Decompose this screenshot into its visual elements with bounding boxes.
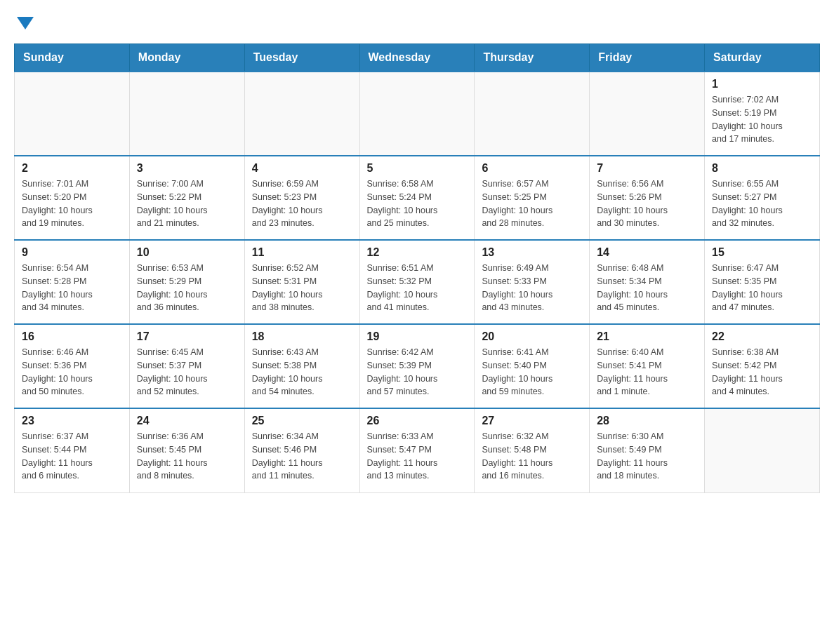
day-number: 24 bbox=[137, 415, 237, 427]
calendar-day-cell: 25Sunrise: 6:34 AM Sunset: 5:46 PM Dayli… bbox=[244, 408, 359, 492]
day-number: 12 bbox=[367, 246, 468, 259]
calendar-day-cell: 28Sunrise: 6:30 AM Sunset: 5:49 PM Dayli… bbox=[590, 408, 705, 492]
day-info: Sunrise: 6:49 AM Sunset: 5:33 PM Dayligh… bbox=[482, 262, 582, 314]
calendar-day-cell: 24Sunrise: 6:36 AM Sunset: 5:45 PM Dayli… bbox=[129, 408, 244, 492]
calendar-day-cell: 14Sunrise: 6:48 AM Sunset: 5:34 PM Dayli… bbox=[590, 240, 705, 324]
calendar-day-cell: 12Sunrise: 6:51 AM Sunset: 5:32 PM Dayli… bbox=[359, 240, 475, 324]
calendar-week-row: 2Sunrise: 7:01 AM Sunset: 5:20 PM Daylig… bbox=[15, 156, 820, 240]
day-info: Sunrise: 6:30 AM Sunset: 5:49 PM Dayligh… bbox=[597, 430, 697, 483]
calendar-day-cell: 5Sunrise: 6:58 AM Sunset: 5:24 PM Daylig… bbox=[359, 156, 475, 240]
day-number: 14 bbox=[597, 246, 697, 259]
day-info: Sunrise: 6:32 AM Sunset: 5:48 PM Dayligh… bbox=[482, 430, 582, 483]
logo bbox=[14, 14, 34, 29]
day-number: 28 bbox=[597, 415, 697, 427]
calendar-day-cell: 4Sunrise: 6:59 AM Sunset: 5:23 PM Daylig… bbox=[244, 156, 359, 240]
day-number: 19 bbox=[367, 330, 468, 343]
calendar-day-cell: 9Sunrise: 6:54 AM Sunset: 5:28 PM Daylig… bbox=[15, 240, 130, 324]
calendar-day-cell: 17Sunrise: 6:45 AM Sunset: 5:37 PM Dayli… bbox=[129, 324, 244, 408]
calendar-day-cell bbox=[244, 72, 359, 156]
day-info: Sunrise: 7:01 AM Sunset: 5:20 PM Dayligh… bbox=[22, 177, 122, 230]
day-number: 18 bbox=[252, 330, 352, 343]
day-info: Sunrise: 6:40 AM Sunset: 5:41 PM Dayligh… bbox=[597, 346, 697, 398]
calendar-day-cell: 11Sunrise: 6:52 AM Sunset: 5:31 PM Dayli… bbox=[244, 240, 359, 324]
day-info: Sunrise: 6:57 AM Sunset: 5:25 PM Dayligh… bbox=[482, 177, 582, 230]
calendar-day-cell: 3Sunrise: 7:00 AM Sunset: 5:22 PM Daylig… bbox=[129, 156, 244, 240]
calendar-day-cell: 22Sunrise: 6:38 AM Sunset: 5:42 PM Dayli… bbox=[705, 324, 820, 408]
day-number: 2 bbox=[22, 162, 122, 175]
day-info: Sunrise: 6:37 AM Sunset: 5:44 PM Dayligh… bbox=[22, 430, 122, 483]
day-number: 22 bbox=[712, 330, 812, 343]
day-info: Sunrise: 7:02 AM Sunset: 5:19 PM Dayligh… bbox=[712, 93, 812, 146]
calendar-day-cell: 15Sunrise: 6:47 AM Sunset: 5:35 PM Dayli… bbox=[705, 240, 820, 324]
day-info: Sunrise: 6:47 AM Sunset: 5:35 PM Dayligh… bbox=[712, 262, 812, 314]
day-number: 6 bbox=[482, 162, 582, 175]
day-info: Sunrise: 6:51 AM Sunset: 5:32 PM Dayligh… bbox=[367, 262, 468, 314]
day-info: Sunrise: 6:46 AM Sunset: 5:36 PM Dayligh… bbox=[22, 346, 122, 398]
day-number: 26 bbox=[367, 415, 468, 427]
day-number: 21 bbox=[597, 330, 697, 343]
calendar-week-row: 9Sunrise: 6:54 AM Sunset: 5:28 PM Daylig… bbox=[15, 240, 820, 324]
day-number: 17 bbox=[137, 330, 237, 343]
day-info: Sunrise: 6:48 AM Sunset: 5:34 PM Dayligh… bbox=[597, 262, 697, 314]
day-of-week-header: Sunday bbox=[15, 44, 130, 72]
calendar-day-cell: 19Sunrise: 6:42 AM Sunset: 5:39 PM Dayli… bbox=[359, 324, 475, 408]
day-info: Sunrise: 6:55 AM Sunset: 5:27 PM Dayligh… bbox=[712, 177, 812, 230]
day-number: 8 bbox=[712, 162, 812, 175]
calendar-week-row: 1Sunrise: 7:02 AM Sunset: 5:19 PM Daylig… bbox=[15, 72, 820, 156]
day-number: 10 bbox=[137, 246, 237, 259]
day-number: 7 bbox=[597, 162, 697, 175]
calendar-day-cell bbox=[129, 72, 244, 156]
day-number: 27 bbox=[482, 415, 582, 427]
day-info: Sunrise: 6:45 AM Sunset: 5:37 PM Dayligh… bbox=[137, 346, 237, 398]
calendar-day-cell bbox=[359, 72, 475, 156]
day-info: Sunrise: 6:42 AM Sunset: 5:39 PM Dayligh… bbox=[367, 346, 468, 398]
day-number: 4 bbox=[252, 162, 352, 175]
calendar-day-cell: 21Sunrise: 6:40 AM Sunset: 5:41 PM Dayli… bbox=[590, 324, 705, 408]
calendar-day-cell bbox=[590, 72, 705, 156]
day-info: Sunrise: 6:43 AM Sunset: 5:38 PM Dayligh… bbox=[252, 346, 352, 398]
logo-triangle-icon bbox=[17, 17, 34, 29]
day-number: 16 bbox=[22, 330, 122, 343]
day-of-week-header: Tuesday bbox=[244, 44, 359, 72]
day-info: Sunrise: 6:59 AM Sunset: 5:23 PM Dayligh… bbox=[252, 177, 352, 230]
calendar-day-cell: 16Sunrise: 6:46 AM Sunset: 5:36 PM Dayli… bbox=[15, 324, 130, 408]
day-info: Sunrise: 6:56 AM Sunset: 5:26 PM Dayligh… bbox=[597, 177, 697, 230]
day-info: Sunrise: 6:58 AM Sunset: 5:24 PM Dayligh… bbox=[367, 177, 468, 230]
day-of-week-header: Thursday bbox=[475, 44, 590, 72]
calendar-header-row: SundayMondayTuesdayWednesdayThursdayFrid… bbox=[15, 44, 820, 72]
calendar-day-cell bbox=[15, 72, 130, 156]
day-info: Sunrise: 6:53 AM Sunset: 5:29 PM Dayligh… bbox=[137, 262, 237, 314]
logo-line1 bbox=[14, 14, 34, 29]
day-number: 13 bbox=[482, 246, 582, 259]
day-number: 5 bbox=[367, 162, 468, 175]
day-info: Sunrise: 6:36 AM Sunset: 5:45 PM Dayligh… bbox=[137, 430, 237, 483]
day-number: 15 bbox=[712, 246, 812, 259]
calendar-week-row: 23Sunrise: 6:37 AM Sunset: 5:44 PM Dayli… bbox=[15, 408, 820, 492]
calendar-day-cell: 23Sunrise: 6:37 AM Sunset: 5:44 PM Dayli… bbox=[15, 408, 130, 492]
logo-wrapper bbox=[14, 14, 34, 29]
day-number: 11 bbox=[252, 246, 352, 259]
page-header bbox=[14, 14, 820, 29]
day-info: Sunrise: 6:33 AM Sunset: 5:47 PM Dayligh… bbox=[367, 430, 468, 483]
day-of-week-header: Saturday bbox=[705, 44, 820, 72]
calendar-day-cell: 27Sunrise: 6:32 AM Sunset: 5:48 PM Dayli… bbox=[475, 408, 590, 492]
day-info: Sunrise: 6:52 AM Sunset: 5:31 PM Dayligh… bbox=[252, 262, 352, 314]
calendar-day-cell: 2Sunrise: 7:01 AM Sunset: 5:20 PM Daylig… bbox=[15, 156, 130, 240]
day-number: 1 bbox=[712, 78, 812, 90]
calendar-day-cell bbox=[705, 408, 820, 492]
calendar-week-row: 16Sunrise: 6:46 AM Sunset: 5:36 PM Dayli… bbox=[15, 324, 820, 408]
calendar-day-cell: 8Sunrise: 6:55 AM Sunset: 5:27 PM Daylig… bbox=[705, 156, 820, 240]
day-info: Sunrise: 6:54 AM Sunset: 5:28 PM Dayligh… bbox=[22, 262, 122, 314]
calendar-day-cell: 20Sunrise: 6:41 AM Sunset: 5:40 PM Dayli… bbox=[475, 324, 590, 408]
day-info: Sunrise: 6:38 AM Sunset: 5:42 PM Dayligh… bbox=[712, 346, 812, 398]
calendar-day-cell: 13Sunrise: 6:49 AM Sunset: 5:33 PM Dayli… bbox=[475, 240, 590, 324]
calendar-day-cell: 26Sunrise: 6:33 AM Sunset: 5:47 PM Dayli… bbox=[359, 408, 475, 492]
day-info: Sunrise: 6:34 AM Sunset: 5:46 PM Dayligh… bbox=[252, 430, 352, 483]
day-info: Sunrise: 7:00 AM Sunset: 5:22 PM Dayligh… bbox=[137, 177, 237, 230]
calendar-day-cell bbox=[475, 72, 590, 156]
day-number: 25 bbox=[252, 415, 352, 427]
day-number: 20 bbox=[482, 330, 582, 343]
day-number: 3 bbox=[137, 162, 237, 175]
calendar-day-cell: 10Sunrise: 6:53 AM Sunset: 5:29 PM Dayli… bbox=[129, 240, 244, 324]
day-of-week-header: Monday bbox=[129, 44, 244, 72]
